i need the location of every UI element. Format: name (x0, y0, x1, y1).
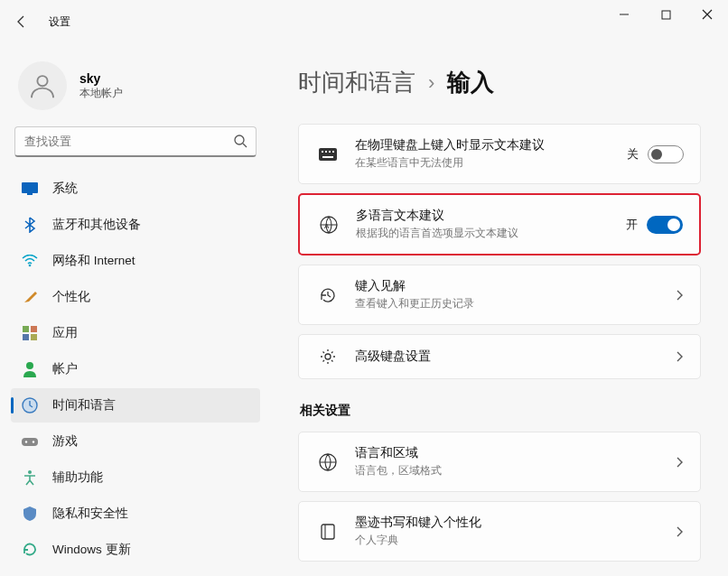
gamepad-icon (20, 432, 40, 451)
language-icon (315, 452, 341, 472)
display-icon (20, 179, 40, 199)
chevron-right-icon (675, 350, 684, 363)
sidebar-item-gaming[interactable]: 游戏 (11, 424, 260, 459)
chevron-right-icon: › (428, 71, 434, 95)
toggle-state-label: 开 (626, 217, 638, 233)
sidebar: sky 本地帐户 系统 蓝牙和其他设备 网络和 Internet 个性化 (0, 43, 271, 576)
shield-icon (20, 504, 40, 524)
sidebar-item-label: Windows 更新 (52, 542, 131, 558)
svg-point-12 (26, 362, 33, 369)
setting-typing-insights[interactable]: 键入见解 查看键入和更正历史记录 (298, 265, 701, 325)
person-icon (20, 359, 40, 379)
svg-rect-21 (329, 151, 331, 153)
wifi-icon (20, 251, 40, 271)
sidebar-item-label: 帐户 (52, 361, 78, 377)
svg-rect-10 (23, 334, 29, 340)
svg-text:A: A (324, 222, 330, 230)
gear-icon (315, 348, 341, 366)
sidebar-item-label: 辅助功能 (52, 469, 103, 486)
setting-title: 多语言文本建议 (356, 208, 626, 224)
close-button[interactable] (686, 0, 728, 29)
setting-language-region[interactable]: 语言和区域 语言包，区域格式 (298, 432, 701, 492)
sidebar-item-windows-update[interactable]: Windows 更新 (11, 533, 260, 567)
setting-subtitle: 语言包，区域格式 (355, 463, 675, 478)
maximize-button[interactable] (645, 0, 686, 29)
svg-rect-23 (322, 156, 333, 158)
arrow-left-icon (14, 14, 29, 29)
chevron-right-icon (675, 456, 684, 469)
sidebar-item-label: 系统 (52, 181, 78, 197)
breadcrumb-current: 输入 (447, 67, 494, 98)
svg-line-4 (243, 144, 247, 147)
svg-point-3 (235, 135, 244, 144)
user-name: sky (79, 71, 123, 86)
svg-point-15 (25, 441, 27, 442)
svg-rect-22 (332, 151, 334, 153)
window-title: 设置 (43, 14, 70, 30)
sidebar-item-bluetooth[interactable]: 蓝牙和其他设备 (11, 208, 260, 242)
history-icon (315, 286, 341, 304)
related-settings-header: 相关设置 (300, 403, 701, 419)
setting-subtitle: 在某些语言中无法使用 (355, 155, 627, 171)
search-icon (233, 134, 247, 152)
user-subtitle: 本地帐户 (79, 86, 123, 101)
svg-rect-6 (27, 193, 33, 195)
chevron-right-icon (675, 289, 684, 302)
minimize-icon (619, 9, 630, 20)
svg-rect-28 (322, 525, 334, 539)
update-icon (20, 540, 40, 560)
svg-point-16 (33, 441, 34, 442)
setting-multilingual-suggestions[interactable]: A 多语言文本建议 根据我的语言首选项显示文本建议 开 (298, 193, 701, 255)
avatar (18, 61, 67, 110)
svg-rect-18 (319, 148, 337, 161)
close-icon (702, 9, 713, 20)
language-globe-icon: A (316, 215, 341, 235)
accessibility-icon (20, 468, 40, 488)
sidebar-item-label: 时间和语言 (52, 397, 116, 413)
sidebar-item-label: 蓝牙和其他设备 (52, 217, 141, 233)
setting-subtitle: 根据我的语言首选项显示文本建议 (356, 226, 626, 241)
svg-point-2 (37, 76, 47, 86)
sidebar-item-accessibility[interactable]: 辅助功能 (11, 460, 260, 495)
toggle-multilingual[interactable] (647, 216, 683, 234)
content-area: 时间和语言 › 输入 在物理键盘上键入时显示文本建议 在某些语言中无法使用 关 … (271, 43, 728, 576)
svg-rect-19 (322, 151, 323, 153)
sidebar-item-privacy[interactable]: 隐私和安全性 (11, 497, 260, 531)
sidebar-item-label: 网络和 Internet (52, 253, 135, 269)
setting-inking-typing[interactable]: 墨迹书写和键入个性化 个人字典 (298, 501, 701, 562)
setting-advanced-keyboard[interactable]: 高级键盘设置 (298, 334, 701, 379)
sidebar-item-time-language[interactable]: 时间和语言 (11, 388, 260, 423)
back-button[interactable] (0, 0, 43, 43)
svg-rect-14 (22, 438, 38, 446)
svg-rect-1 (662, 11, 670, 19)
setting-title: 语言和区域 (355, 445, 675, 461)
sidebar-item-label: 应用 (52, 325, 78, 341)
sidebar-item-accounts[interactable]: 帐户 (11, 352, 260, 386)
breadcrumb: 时间和语言 › 输入 (298, 67, 701, 98)
sidebar-item-apps[interactable]: 应用 (11, 316, 260, 350)
minimize-button[interactable] (603, 0, 645, 29)
setting-subtitle: 查看键入和更正历史记录 (355, 296, 675, 311)
toggle-typing-suggestions[interactable] (648, 145, 684, 163)
person-icon (28, 71, 57, 100)
breadcrumb-parent[interactable]: 时间和语言 (298, 67, 415, 98)
setting-title: 在物理键盘上键入时显示文本建议 (355, 137, 627, 153)
setting-title: 键入见解 (355, 278, 675, 294)
sidebar-item-label: 个性化 (52, 289, 90, 305)
svg-rect-5 (22, 182, 38, 193)
search-input[interactable] (14, 126, 257, 157)
svg-point-7 (29, 265, 32, 267)
chevron-right-icon (675, 525, 684, 538)
setting-typing-suggestions[interactable]: 在物理键盘上键入时显示文本建议 在某些语言中无法使用 关 (298, 124, 701, 184)
sidebar-item-network[interactable]: 网络和 Internet (11, 244, 260, 278)
globe-clock-icon (20, 395, 40, 415)
sidebar-item-label: 隐私和安全性 (52, 506, 128, 522)
keyboard-icon (315, 147, 341, 162)
svg-rect-8 (23, 326, 29, 332)
svg-point-26 (325, 354, 331, 359)
brush-icon (20, 287, 40, 307)
sidebar-item-system[interactable]: 系统 (11, 172, 260, 206)
search-box (14, 126, 257, 157)
sidebar-item-personalization[interactable]: 个性化 (11, 280, 260, 314)
user-profile[interactable]: sky 本地帐户 (11, 54, 260, 126)
